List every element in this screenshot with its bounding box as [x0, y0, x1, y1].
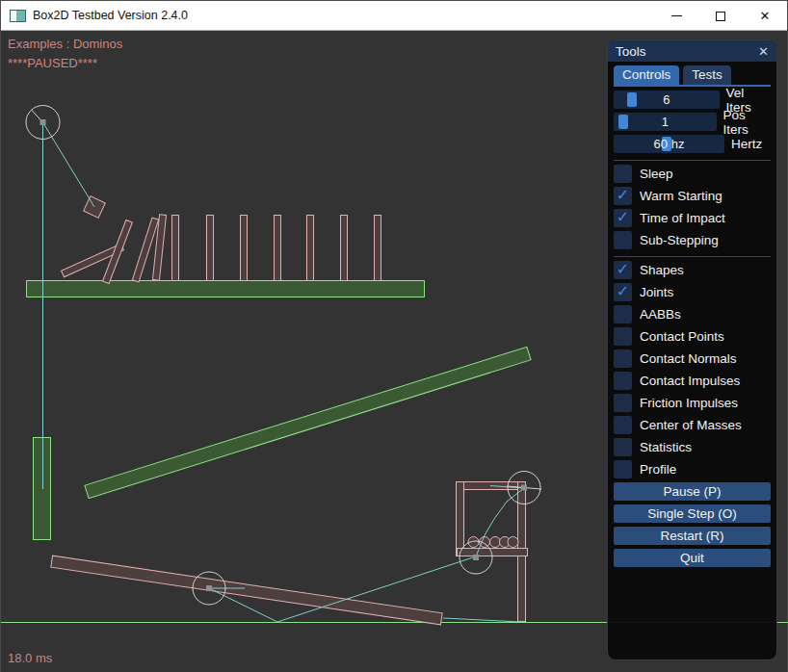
checkbox-statistics[interactable]	[614, 438, 632, 456]
checkbox-row-contact-points: Contact Points	[614, 327, 771, 346]
checkbox-label-sub-stepping: Sub-Stepping	[640, 233, 719, 247]
standing-domino	[375, 216, 381, 281]
checkbox-row-statistics: Statistics	[614, 438, 771, 456]
vertical-plank	[34, 438, 51, 540]
checkbox-center-of-masses[interactable]	[614, 416, 632, 434]
checkbox-friction-impulses[interactable]	[614, 394, 632, 412]
app-icon	[10, 10, 26, 22]
standing-domino	[241, 216, 248, 281]
tab-bar: ControlsTests	[614, 65, 771, 87]
checkbox-label-friction-impulses: Friction Impulses	[640, 396, 738, 410]
close-icon: ✕	[760, 10, 771, 22]
checkbox-row-warm-starting: ✓Warm Starting	[614, 187, 771, 205]
panel-close-icon[interactable]: ✕	[758, 44, 769, 59]
standing-domino	[341, 216, 348, 281]
button-restart-r[interactable]: Restart (R)	[614, 527, 771, 545]
checkbox-row-joints: ✓Joints	[614, 283, 771, 301]
checkbox-shapes[interactable]: ✓	[614, 261, 632, 279]
slider-vel-iters[interactable]: 6	[614, 90, 720, 109]
slider-value-hertz: 60 hz	[614, 135, 724, 153]
cradle-ball	[508, 537, 518, 548]
slider-row-pos-iters: 1Pos Iters	[614, 113, 771, 131]
slider-hertz[interactable]: 60 hz	[614, 135, 724, 153]
checkbox-joints[interactable]: ✓	[614, 283, 632, 301]
cradle-ball	[490, 537, 501, 548]
checkbox-label-statistics: Statistics	[640, 440, 692, 454]
frame-left-post	[457, 482, 464, 556]
minimize-button[interactable]	[654, 1, 698, 31]
button-quit[interactable]: Quit	[614, 549, 771, 567]
checkbox-contact-impulses[interactable]	[614, 372, 632, 390]
checkbox-label-sleep: Sleep	[640, 167, 673, 181]
checkbox-label-profile: Profile	[640, 462, 676, 477]
panel-body: ControlsTests 6Vel Iters1Pos Iters60 hzH…	[614, 62, 771, 654]
window-titlebar[interactable]: Box2D Testbed Version 2.4.0 ✕	[1, 1, 787, 31]
slider-value-pos-iters: 1	[614, 113, 717, 131]
panel-titlebar[interactable]: Tools ✕	[608, 40, 776, 62]
seesaw-plank	[51, 556, 442, 625]
checkbox-contact-normals[interactable]	[614, 349, 632, 368]
checkbox-row-friction-impulses: Friction Impulses	[614, 394, 771, 412]
separator	[614, 160, 771, 161]
joint-anchor	[206, 585, 212, 591]
checkbox-label-contact-normals: Contact Normals	[640, 351, 737, 366]
checkbox-sleep[interactable]	[614, 165, 632, 183]
checkbox-sub-stepping[interactable]	[614, 231, 632, 249]
checkbox-row-sub-stepping: Sub-Stepping	[614, 231, 771, 249]
checkbox-contact-points[interactable]	[614, 327, 632, 346]
window-controls: ✕	[654, 1, 787, 31]
domino-platform	[27, 281, 425, 297]
joint-anchor	[521, 485, 527, 491]
example-label: Examples : Dominos	[8, 37, 122, 51]
checkbox-label-contact-impulses: Contact Impulses	[640, 374, 740, 388]
slider-row-hertz: 60 hzHertz	[614, 135, 771, 153]
slider-value-vel-iters: 6	[614, 90, 720, 109]
checkbox-warm-starting[interactable]: ✓	[614, 187, 632, 205]
close-button[interactable]: ✕	[743, 1, 787, 31]
paused-label: ****PAUSED****	[8, 56, 97, 70]
ground-joint-line	[443, 618, 521, 622]
checkbox-row-time-of-impact: ✓Time of Impact	[614, 209, 771, 227]
slider-row-vel-iters: 6Vel Iters	[614, 90, 771, 109]
checkbox-row-contact-normals: Contact Normals	[614, 349, 771, 368]
standing-domino	[307, 216, 314, 281]
checkbox-time-of-impact[interactable]: ✓	[614, 209, 632, 227]
slider-pos-iters[interactable]: 1	[614, 113, 717, 131]
separator	[614, 256, 771, 257]
checkbox-label-contact-points: Contact Points	[640, 329, 724, 344]
checkmark-icon: ✓	[617, 210, 629, 225]
maximize-icon	[716, 12, 725, 21]
checkmark-icon: ✓	[617, 262, 629, 277]
pendulum-rope-joint	[43, 122, 95, 207]
scene-viewport[interactable]: Examples : Dominos ****PAUSED**** 18.0 m…	[1, 31, 787, 672]
slider-label-hertz: Hertz	[731, 137, 762, 151]
slider-label-pos-iters: Pos Iters	[723, 108, 771, 137]
slider-section: 6Vel Iters1Pos Iters60 hzHertz	[614, 90, 771, 153]
tab-controls[interactable]: Controls	[614, 65, 679, 85]
standing-domino	[275, 216, 281, 281]
joint-anchor	[473, 555, 479, 560]
checkbox-group-draw: ✓Shapes✓JointsAABBsContact PointsContact…	[614, 261, 771, 478]
checkbox-label-joints: Joints	[640, 285, 673, 299]
joint-anchor	[40, 119, 46, 125]
standing-domino	[172, 216, 179, 281]
tab-tests[interactable]: Tests	[683, 65, 731, 85]
checkbox-label-center-of-masses: Center of Masses	[640, 418, 742, 432]
standing-domino	[207, 216, 214, 281]
minimize-icon	[671, 15, 682, 17]
button-single-step-o[interactable]: Single Step (O)	[614, 504, 771, 523]
frame-time-label: 18.0 ms	[8, 651, 52, 665]
button-pause-p[interactable]: Pause (P)	[614, 482, 771, 501]
checkbox-label-time-of-impact: Time of Impact	[640, 211, 725, 225]
checkbox-label-shapes: Shapes	[640, 263, 684, 277]
checkmark-icon: ✓	[617, 284, 629, 299]
maximize-button[interactable]	[698, 1, 743, 31]
angled-ramp	[85, 347, 531, 498]
checkbox-row-center-of-masses: Center of Masses	[614, 416, 771, 434]
checkbox-label-warm-starting: Warm Starting	[640, 189, 722, 203]
checkbox-profile[interactable]	[614, 460, 632, 478]
checkbox-aabbs[interactable]	[614, 305, 632, 323]
window-title: Box2D Testbed Version 2.4.0	[33, 9, 188, 22]
checkbox-group-solver: Sleep✓Warm Starting✓Time of ImpactSub-St…	[614, 165, 771, 249]
checkbox-row-sleep: Sleep	[614, 165, 771, 183]
